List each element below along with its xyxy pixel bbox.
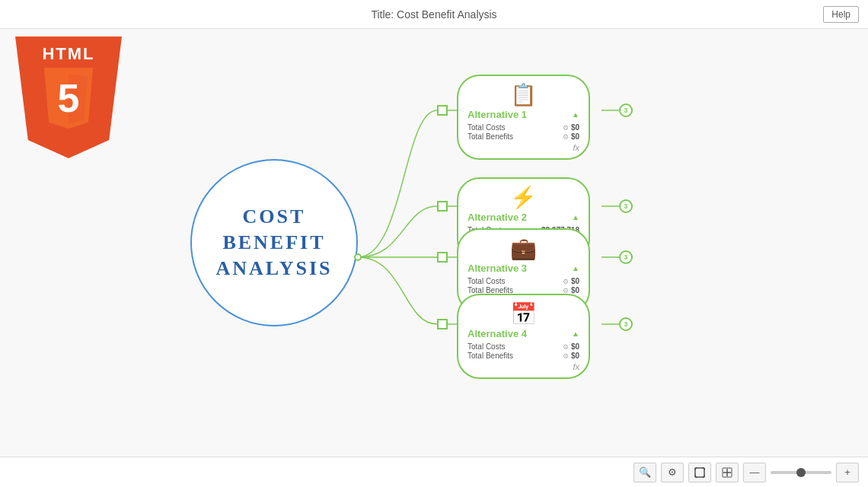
alt3-title: Alternative 3: [468, 263, 527, 274]
alt3-badge: 3: [619, 250, 633, 264]
zoom-slider-thumb: [796, 468, 806, 477]
alt4-icon: 📅: [468, 301, 579, 326]
alt4-costs-gear: ⚙: [563, 343, 569, 351]
settings-button[interactable]: ⚙: [661, 463, 684, 482]
header-title: Title: Cost Benefit Analysis: [371, 8, 496, 21]
alt4-header: Alternative 4 ▲: [468, 328, 579, 339]
alt4-costs-row: Total Costs ⚙ $0: [468, 342, 579, 351]
svg-text:5: 5: [58, 76, 80, 120]
alt3-costs-row: Total Costs ⚙ $0: [468, 277, 579, 285]
html5-logo: HTML 5: [0, 29, 137, 204]
alt4-node[interactable]: 📅 Alternative 4 ▲ Total Costs ⚙ $0 Total…: [457, 294, 590, 379]
alt1-benefits-label: Total Benefits: [468, 132, 560, 141]
alt1-node[interactable]: 📋 Alternative 1 ▲ Total Costs ⚙ $0 Total…: [457, 75, 590, 160]
alt3-header: Alternative 3 ▲: [468, 263, 579, 274]
html5-text: HTML: [42, 44, 94, 64]
alt1-header: Alternative 1 ▲: [468, 109, 579, 120]
alt2-arrow: ▲: [572, 213, 579, 221]
alt4-benefits-row: Total Benefits ⚙ $0: [468, 352, 579, 360]
alt3-costs-gear: ⚙: [563, 278, 569, 285]
alt1-costs-value: $0: [571, 123, 579, 132]
alt1-benefits-value: $0: [571, 132, 579, 141]
alt2-icon: ⚡: [468, 185, 579, 210]
alt1-benefits-row: Total Benefits ⚙ $0: [468, 132, 579, 141]
alt1-badge: 3: [619, 103, 633, 117]
search-button[interactable]: 🔍: [633, 463, 656, 482]
alt1-costs-gear: ⚙: [563, 124, 569, 132]
alt2-header: Alternative 2 ▲: [468, 212, 579, 223]
alt3-icon: 💼: [468, 236, 579, 261]
alt4-arrow: ▲: [572, 329, 579, 338]
zoom-slider[interactable]: [771, 471, 831, 474]
alt4-fx: fx: [468, 362, 579, 371]
html5-shield: 5: [38, 68, 99, 144]
alt4-badge: 3: [619, 317, 633, 331]
alt1-title: Alternative 1: [468, 109, 527, 120]
alt4-benefits-gear: ⚙: [563, 352, 569, 360]
alt1-benefits-gear: ⚙: [563, 133, 569, 141]
alt3-connector: [437, 252, 448, 263]
alt4-costs-value: $0: [571, 342, 579, 351]
alt1-icon: 📋: [468, 82, 579, 107]
center-circle-text: COST BENEFIT ANALYSIS: [215, 204, 332, 281]
alt1-fx: fx: [468, 143, 579, 152]
alt4-costs-label: Total Costs: [468, 342, 560, 351]
alt3-arrow: ▲: [572, 264, 579, 272]
alt1-connector: [437, 105, 448, 116]
center-circle: COST BENEFIT ANALYSIS: [190, 159, 358, 326]
alt2-connector: [437, 201, 448, 212]
header: Title: Cost Benefit Analysis Help: [0, 0, 868, 29]
alt1-costs-label: Total Costs: [468, 123, 560, 132]
alt3-benefits-value: $0: [571, 286, 579, 294]
alt2-title: Alternative 2: [468, 212, 527, 223]
fit-button[interactable]: [688, 463, 711, 482]
alt1-costs-row: Total Costs ⚙ $0: [468, 123, 579, 132]
alt4-connector: [437, 319, 448, 329]
alt4-benefits-value: $0: [571, 352, 579, 360]
alt2-badge: 3: [619, 199, 633, 213]
alt3-costs-value: $0: [571, 277, 579, 285]
collapse-button[interactable]: [716, 463, 739, 482]
svg-rect-11: [695, 468, 704, 477]
alt3-costs-label: Total Costs: [468, 277, 560, 285]
bottom-toolbar: 🔍 ⚙ — +: [0, 457, 868, 487]
minus-button[interactable]: —: [743, 463, 766, 482]
plus-button[interactable]: +: [836, 463, 859, 482]
alt1-arrow: ▲: [572, 110, 579, 119]
center-connector-circle: [354, 253, 362, 261]
alt3-benefits-gear: ⚙: [563, 287, 569, 294]
alt4-benefits-label: Total Benefits: [468, 352, 560, 360]
alt4-title: Alternative 4: [468, 328, 527, 339]
html5-banner: HTML 5: [15, 37, 122, 158]
help-button[interactable]: Help: [823, 6, 859, 23]
